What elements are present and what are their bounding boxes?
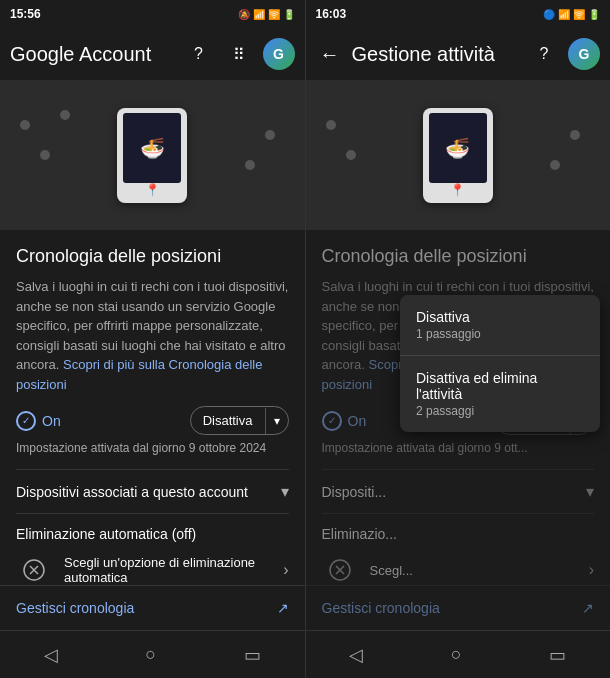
home-nav-icon-r[interactable]: ○ <box>441 634 472 675</box>
hero-dot <box>40 150 50 160</box>
right-app-title: Gestione attività <box>352 43 521 66</box>
auto-delete-icon-r <box>322 552 358 585</box>
right-app-bar: ← Gestione attività ? G <box>306 28 611 80</box>
help-icon: ? <box>194 45 203 63</box>
right-back-button[interactable]: ← <box>316 39 344 70</box>
signal-icon-r: 📶 <box>558 9 570 20</box>
dropdown-elimina-sub: 2 passaggi <box>416 404 584 418</box>
battery-icon: 🔋 <box>283 9 295 20</box>
dropdown-item-disattiva-elimina[interactable]: Disattiva ed elimina l'attività 2 passag… <box>400 356 600 432</box>
right-auto-delete-row[interactable]: Scegl... › <box>322 552 595 585</box>
left-app-title: Google Account <box>10 43 175 66</box>
hero-dot <box>20 120 30 130</box>
battery-icon-r: 🔋 <box>588 9 600 20</box>
left-status-icons: 🔕 📶 🛜 🔋 <box>238 9 295 20</box>
hero-phone: 🍜 📍 <box>117 108 187 203</box>
right-status-bar: 16:03 🔵 📶 🛜 🔋 <box>306 0 611 28</box>
notification-icon-r: 🔵 <box>543 9 555 20</box>
right-activated-date: Impostazione attivata dal giorno 9 ott..… <box>322 441 595 455</box>
check-icon-r: ✓ <box>322 411 342 431</box>
left-devices-accordion[interactable]: Dispositivi associati a questo account ▾ <box>16 469 289 513</box>
right-time: 16:03 <box>316 7 347 21</box>
left-hero: 🍜 📍 <box>0 80 305 230</box>
hero-bowl-icon: 🍜 <box>140 136 165 160</box>
left-manage-link[interactable]: Gestisci cronologia ↗ <box>0 585 305 630</box>
auto-delete-arrow-icon-r: › <box>589 561 594 579</box>
hero-dot <box>326 120 336 130</box>
dropdown-disattiva-label: Disattiva <box>416 309 584 325</box>
right-manage-link[interactable]: Gestisci cronologia ↗ <box>306 585 611 630</box>
right-panel: 16:03 🔵 📶 🛜 🔋 ← Gestione attività ? G 🍜 … <box>306 0 611 678</box>
left-help-button[interactable]: ? <box>183 38 215 70</box>
left-activated-date: Impostazione attivata dal giorno 9 ottob… <box>16 441 289 455</box>
hero-dot <box>570 130 580 140</box>
auto-delete-arrow-icon: › <box>283 561 288 579</box>
right-section-title: Cronologia delle posizioni <box>322 246 595 267</box>
hero-screen: 🍜 <box>123 113 181 183</box>
left-on-badge: ✓ On <box>16 411 61 431</box>
left-section-title: Cronologia delle posizioni <box>16 246 289 267</box>
check-icon: ✓ <box>16 411 36 431</box>
left-auto-delete-section: Eliminazione automatica (off) Scegli un'… <box>16 513 289 585</box>
dropdown-elimina-label: Disattiva ed elimina l'attività <box>416 370 584 402</box>
left-time: 15:56 <box>10 7 41 21</box>
devices-chevron-icon-r: ▾ <box>586 482 594 501</box>
left-status-row: ✓ On Disattiva ▾ <box>16 406 289 435</box>
hero-dot <box>550 160 560 170</box>
left-avatar[interactable]: G <box>263 38 295 70</box>
wifi-icon-r: 🛜 <box>573 9 585 20</box>
menu-nav-icon[interactable]: ▭ <box>234 634 271 676</box>
left-status-bar: 15:56 🔕 📶 🛜 🔋 <box>0 0 305 28</box>
left-grid-button[interactable]: ⠿ <box>223 38 255 70</box>
disattiva-chevron-icon: ▾ <box>265 408 288 434</box>
back-nav-icon[interactable]: ◁ <box>34 634 68 676</box>
devices-chevron-icon: ▾ <box>281 482 289 501</box>
right-on-badge: ✓ On <box>322 411 367 431</box>
left-content: Cronologia delle posizioni Salva i luogh… <box>0 230 305 585</box>
right-devices-accordion[interactable]: Dispositi... ▾ <box>322 469 595 513</box>
right-status-icons: 🔵 📶 🛜 🔋 <box>543 9 600 20</box>
right-avatar[interactable]: G <box>568 38 600 70</box>
hero-bowl-icon-r: 🍜 <box>445 136 470 160</box>
disattiva-dropdown: Disattiva 1 passaggio Disattiva ed elimi… <box>400 295 600 432</box>
hero-pin-icon: 📍 <box>145 183 160 197</box>
left-disattiva-button[interactable]: Disattiva ▾ <box>190 406 289 435</box>
back-nav-icon-r[interactable]: ◁ <box>339 634 373 676</box>
dropdown-disattiva-sub: 1 passaggio <box>416 327 584 341</box>
hero-phone-r: 🍜 📍 <box>423 108 493 203</box>
hero-dot <box>346 150 356 160</box>
left-app-bar: Google Account ? ⠿ G <box>0 28 305 80</box>
right-nav-bar: ◁ ○ ▭ <box>306 630 611 678</box>
right-auto-delete-section: Eliminazio... Scegl... › <box>322 513 595 585</box>
left-section-desc: Salva i luoghi in cui ti rechi con i tuo… <box>16 277 289 394</box>
left-nav-bar: ◁ ○ ▭ <box>0 630 305 678</box>
menu-nav-icon-r[interactable]: ▭ <box>539 634 576 676</box>
right-hero: 🍜 📍 <box>306 80 611 230</box>
left-auto-delete-row[interactable]: Scegli un'opzione di eliminazione automa… <box>16 552 289 585</box>
hero-screen-r: 🍜 <box>429 113 487 183</box>
hero-dot <box>265 130 275 140</box>
wifi-icon: 🛜 <box>268 9 280 20</box>
signal-icon: 📶 <box>253 9 265 20</box>
dropdown-item-disattiva[interactable]: Disattiva 1 passaggio <box>400 295 600 355</box>
help-icon-r: ? <box>540 45 549 63</box>
hero-pin-icon-r: 📍 <box>450 183 465 197</box>
right-help-button[interactable]: ? <box>528 38 560 70</box>
home-nav-icon[interactable]: ○ <box>135 634 166 675</box>
external-link-icon: ↗ <box>277 600 289 616</box>
grid-icon: ⠿ <box>233 45 245 64</box>
hero-dot <box>245 160 255 170</box>
notification-icon: 🔕 <box>238 9 250 20</box>
auto-delete-icon <box>16 552 52 585</box>
left-panel: 15:56 🔕 📶 🛜 🔋 Google Account ? ⠿ G <box>0 0 305 678</box>
hero-dot <box>60 110 70 120</box>
external-link-icon-r: ↗ <box>582 600 594 616</box>
